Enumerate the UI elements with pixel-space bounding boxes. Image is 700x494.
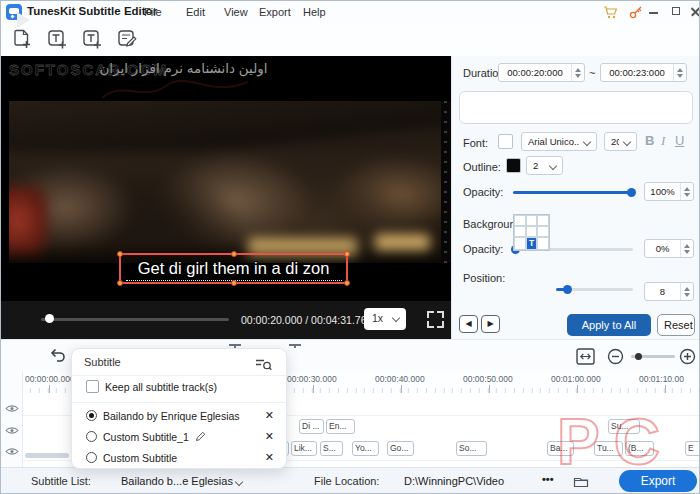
underline-button[interactable]: U [675, 133, 684, 148]
folder-icon[interactable] [573, 474, 589, 492]
close-icon[interactable]: ✕ [265, 431, 274, 442]
spinner-arrows[interactable] [680, 240, 693, 257]
cart-icon[interactable] [603, 5, 618, 23]
file-location-value[interactable]: D:\WinningPC\Video [404, 475, 504, 487]
duration-end-input[interactable]: 00:00:23:000 [600, 63, 687, 82]
italic-button[interactable]: I [661, 133, 665, 149]
resize-handle[interactable] [117, 251, 123, 257]
opacity-input[interactable]: 100% [644, 182, 694, 201]
browse-more-button[interactable]: ••• [542, 473, 554, 485]
fullscreen-icon[interactable] [427, 311, 444, 328]
zoom-out-icon[interactable] [607, 348, 624, 369]
subtitle-track-item[interactable]: Custom Subtitle ✕ [72, 447, 286, 468]
eye-icon[interactable] [5, 399, 19, 417]
eye-icon[interactable] [5, 421, 19, 439]
subtitle-block[interactable]: Tu... [594, 441, 623, 456]
resize-handle[interactable] [231, 280, 237, 286]
menu-item[interactable]: Export [259, 6, 291, 18]
subtitle-block[interactable]: So... [456, 441, 487, 456]
edit-subtitle-icon[interactable] [116, 28, 138, 54]
subtitle-block[interactable]: Yo... [352, 441, 379, 456]
split-tool-icon[interactable] [229, 341, 241, 348]
subtitle-block[interactable]: En... [326, 419, 355, 434]
subtitle-text-input[interactable] [459, 91, 693, 124]
menu-item[interactable]: Edit [186, 6, 205, 18]
close-button[interactable] [687, 1, 700, 23]
search-list-icon[interactable] [255, 358, 272, 376]
bold-button[interactable]: B [645, 133, 654, 148]
play-button[interactable] [17, 12, 30, 28]
subtitle-block[interactable]: Ba... [547, 441, 574, 456]
subtitle-overlay-text[interactable]: Get di girl them in a di zon [121, 255, 346, 281]
edit-icon[interactable] [195, 428, 206, 446]
close-icon[interactable]: ✕ [265, 410, 274, 421]
zoom-in-icon[interactable] [679, 348, 696, 369]
outline-size-dropdown[interactable]: 2 [526, 156, 563, 175]
subtitle-track-item[interactable]: Bailando by Enrique Eglesias ✕ [72, 405, 286, 426]
position-grid-selected[interactable]: T [526, 237, 538, 250]
eye-icon[interactable] [5, 442, 19, 460]
fit-timeline-icon[interactable] [576, 348, 595, 369]
minimize-button[interactable] [645, 1, 663, 23]
subtitle-selection-box[interactable]: Get di girl them in a di zon [119, 253, 348, 284]
spinner-arrows[interactable] [680, 283, 693, 300]
subtitle-block[interactable]: S... [320, 441, 343, 456]
radio-icon[interactable] [86, 452, 97, 463]
radio-icon[interactable] [86, 410, 97, 421]
subtitle-block[interactable]: Di ... [299, 419, 324, 434]
spinner-arrows[interactable] [673, 64, 686, 81]
slider-thumb[interactable] [635, 353, 642, 360]
font-family-dropdown[interactable]: Arial Unico... [521, 132, 597, 151]
undo-icon[interactable] [47, 347, 67, 368]
add-file-icon[interactable] [11, 28, 33, 54]
menu-item[interactable]: View [224, 6, 248, 18]
seek-thumb[interactable] [45, 314, 54, 323]
maximize-button[interactable] [668, 1, 686, 23]
duration-start-input[interactable]: 00:00:20:000 [498, 63, 585, 82]
previous-subtitle-button[interactable]: ◀ [459, 315, 478, 333]
spinner-arrows[interactable] [680, 183, 693, 200]
position-grid[interactable]: T [513, 214, 550, 251]
font-size-dropdown[interactable]: 20 [604, 132, 637, 151]
timeline-scrollbar[interactable] [25, 453, 69, 458]
subtitle-block[interactable]: Lik... [291, 441, 317, 456]
add-subtitle-text-icon[interactable] [46, 28, 68, 54]
reset-button[interactable]: Reset [657, 314, 695, 336]
subtitle-block[interactable]: (B... [625, 441, 654, 456]
resize-handle[interactable] [344, 280, 350, 286]
add-custom-subtitle-icon[interactable] [81, 28, 103, 54]
bg-opacity-input[interactable]: 0% [644, 239, 694, 258]
video-preview[interactable]: اولین دانشنامه نرم افزار ایران Get di gi… [1, 56, 451, 301]
resize-handle[interactable] [344, 251, 350, 257]
subtitle-list-dropdown[interactable]: Bailando b...e Eglesias [121, 475, 242, 487]
radio-icon[interactable] [86, 431, 97, 442]
slider-thumb[interactable] [627, 188, 636, 197]
position-slider[interactable] [556, 288, 633, 291]
title-bar: TunesKit Subtitle Editor FileEditViewExp… [1, 1, 700, 24]
position-input[interactable]: 8 [644, 282, 694, 301]
apply-to-all-button[interactable]: Apply to All [567, 314, 651, 336]
close-icon[interactable]: ✕ [265, 452, 274, 463]
slider-thumb[interactable] [563, 285, 572, 294]
subtitle-block[interactable]: Go... [387, 441, 414, 456]
menu-item[interactable]: Help [303, 6, 326, 18]
resize-handle[interactable] [231, 251, 237, 257]
keep-tracks-checkbox[interactable] [86, 380, 99, 393]
resize-handle[interactable] [117, 280, 123, 286]
register-key-icon[interactable] [629, 5, 644, 23]
next-subtitle-button[interactable]: ▶ [481, 315, 500, 333]
merge-tool-icon[interactable] [289, 341, 301, 348]
spinner-arrows[interactable] [571, 64, 584, 81]
outline-color-swatch[interactable] [506, 158, 521, 173]
speed-dropdown[interactable]: 1x [364, 308, 406, 330]
export-button[interactable]: Export [619, 470, 697, 492]
seek-bar[interactable] [41, 318, 229, 321]
menu-item[interactable]: File [144, 6, 162, 18]
film-strip-edge [441, 101, 451, 263]
opacity-slider[interactable] [513, 191, 633, 194]
subtitle-block[interactable]: Su... [608, 419, 640, 434]
subtitle-block[interactable]: E [685, 441, 700, 456]
font-color-swatch[interactable] [498, 134, 513, 149]
subtitle-track-item[interactable]: Custom Subtitle_1 ✕ [72, 426, 286, 447]
timeline-zoom-slider[interactable] [631, 355, 675, 358]
